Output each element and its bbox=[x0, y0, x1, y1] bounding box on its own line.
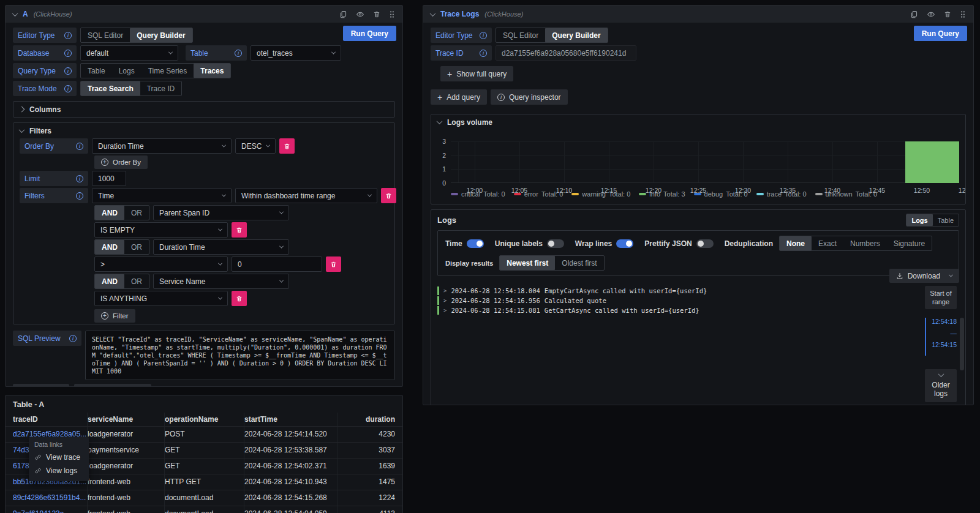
logs-scrollbar[interactable] bbox=[960, 318, 964, 370]
view-logs-menu-item[interactable]: View logs bbox=[29, 464, 89, 477]
remove-condition-3-button[interactable] bbox=[232, 291, 247, 306]
time-switch[interactable] bbox=[467, 239, 484, 248]
start-time-cell: 2024-06-28 12:54:10.943 bbox=[244, 474, 337, 490]
unique-labels-switch[interactable] bbox=[547, 239, 564, 248]
editor-type-option-sql-editor[interactable]: SQL Editor bbox=[496, 28, 545, 42]
remove-condition-2-button[interactable] bbox=[326, 256, 341, 272]
editor-type-option-query-builder[interactable]: Query Builder bbox=[545, 28, 607, 42]
start-time-cell: 2024-06-28 12:54:15.268 bbox=[244, 490, 337, 506]
remove-time-filter-button[interactable] bbox=[381, 188, 396, 203]
display-option-oldest-first[interactable]: Oldest first bbox=[555, 256, 603, 270]
log-row[interactable]: > 2024-06-28 12:54:18.004 EmptyCartAsync… bbox=[437, 286, 886, 296]
condition-1-field-select[interactable]: Parent Span ID bbox=[153, 205, 289, 220]
filter-time-value-select[interactable]: Within dashboard time range bbox=[235, 188, 377, 203]
run-query-button[interactable]: Run Query bbox=[914, 26, 967, 41]
info-icon bbox=[76, 175, 83, 182]
drag-handle-icon[interactable] bbox=[960, 10, 966, 18]
view-trace-menu-item[interactable]: View trace bbox=[29, 451, 89, 464]
query-type-option-logs[interactable]: Logs bbox=[112, 64, 141, 78]
editor-type-option-query-builder[interactable]: Query Builder bbox=[130, 28, 192, 42]
condition-2-value-input[interactable] bbox=[232, 256, 322, 272]
link-icon bbox=[34, 454, 42, 461]
database-select[interactable]: default bbox=[80, 45, 178, 61]
logs-volume-header[interactable]: Logs volume bbox=[431, 114, 965, 130]
add-order-by-button[interactable]: Order By bbox=[94, 155, 148, 169]
info-icon bbox=[64, 50, 72, 57]
query-type-option-time-series[interactable]: Time Series bbox=[141, 64, 194, 78]
hide-response-eye-icon[interactable] bbox=[927, 10, 935, 18]
delete-query-icon[interactable] bbox=[944, 10, 951, 18]
duplicate-query-icon[interactable] bbox=[910, 10, 918, 18]
dedup-option-signature[interactable]: Signature bbox=[887, 236, 932, 250]
or-option[interactable]: OR bbox=[124, 240, 149, 254]
dedup-option-exact[interactable]: Exact bbox=[812, 236, 843, 250]
condition-3-operator-select[interactable]: IS ANYTHING bbox=[94, 291, 228, 306]
condition-3-field-select[interactable]: Service Name bbox=[153, 274, 289, 289]
older-logs-button[interactable]: Older logs bbox=[925, 369, 957, 402]
column-header-servicename[interactable]: serviceName bbox=[88, 413, 165, 426]
display-option-newest-first[interactable]: Newest first bbox=[500, 256, 555, 270]
wrap-lines-switch[interactable] bbox=[616, 239, 633, 248]
or-option[interactable]: OR bbox=[124, 274, 149, 288]
start-time-cell: 2024-06-28 12:54:14.520 bbox=[244, 427, 337, 442]
download-icon bbox=[896, 272, 903, 280]
column-header-operationname[interactable]: operationName bbox=[165, 413, 244, 426]
trace-mode-option-trace-search[interactable]: Trace Search bbox=[81, 81, 140, 95]
query-inspector-button[interactable]: Query inspector bbox=[74, 384, 151, 387]
legend-swatch bbox=[815, 193, 823, 195]
add-query-button[interactable]: Add query bbox=[13, 384, 69, 387]
query-type-option-table[interactable]: Table bbox=[81, 64, 112, 78]
data-links-menu: Data links View trace View logs bbox=[29, 437, 89, 481]
trace-id-link[interactable]: 89cf4286e631591b4... bbox=[13, 490, 88, 506]
order-by-field-select[interactable]: Duration Time bbox=[92, 138, 232, 154]
trace-id-link[interactable]: 9e7af6194123a... bbox=[13, 506, 88, 513]
and-option[interactable]: AND bbox=[95, 274, 124, 288]
table-select[interactable]: otel_traces bbox=[251, 45, 341, 61]
download-button[interactable]: Download bbox=[889, 269, 959, 283]
log-time-range[interactable]: 12:54:18 — 12:54:15 bbox=[925, 318, 957, 356]
show-full-query-button[interactable]: Show full query bbox=[440, 66, 513, 81]
column-header-duration[interactable]: duration bbox=[337, 413, 402, 426]
hide-response-eye-icon[interactable] bbox=[356, 10, 364, 18]
collapse-chevron-icon[interactable] bbox=[430, 10, 436, 17]
remove-condition-1-button[interactable] bbox=[232, 222, 247, 238]
prettify-json-switch[interactable] bbox=[696, 239, 714, 248]
limit-input[interactable] bbox=[92, 171, 126, 186]
remove-order-by-button[interactable] bbox=[279, 138, 295, 154]
expand-chevron-icon[interactable]: > bbox=[443, 307, 447, 313]
editor-type-option-sql-editor[interactable]: SQL Editor bbox=[81, 28, 130, 42]
order-by-direction-select[interactable]: DESC bbox=[235, 138, 276, 154]
delete-query-icon[interactable] bbox=[373, 10, 380, 18]
columns-section[interactable]: Columns bbox=[13, 101, 395, 118]
condition-2-operator-select[interactable]: > bbox=[94, 256, 228, 272]
query-type-option-traces[interactable]: Traces bbox=[194, 64, 230, 78]
dedup-option-numbers[interactable]: Numbers bbox=[843, 236, 887, 250]
log-row[interactable]: > 2024-06-28 12:54:15.081 GetCartAsync c… bbox=[437, 305, 886, 315]
trace-mode-option-trace-id[interactable]: Trace ID bbox=[140, 81, 182, 95]
query-inspector-button[interactable]: Query inspector bbox=[491, 89, 568, 105]
condition-1-operator-select[interactable]: IS EMPTY bbox=[94, 222, 228, 238]
or-option[interactable]: OR bbox=[124, 206, 149, 220]
add-query-button[interactable]: Add query bbox=[431, 89, 487, 105]
filters-section-header[interactable]: Filters bbox=[13, 123, 394, 138]
condition-2-field-select[interactable]: Duration Time bbox=[153, 239, 289, 255]
service-name-cell: loadgenerator bbox=[88, 459, 165, 474]
log-row[interactable]: > 2024-06-28 12:54:16.956 Calculated quo… bbox=[437, 296, 886, 305]
drag-handle-icon[interactable] bbox=[389, 10, 395, 18]
expand-chevron-icon[interactable]: > bbox=[443, 288, 447, 294]
duplicate-query-icon[interactable] bbox=[339, 10, 347, 18]
and-option[interactable]: AND bbox=[95, 240, 124, 254]
run-query-button[interactable]: Run Query bbox=[343, 26, 396, 41]
expand-chevron-icon[interactable]: > bbox=[443, 298, 447, 304]
logs-view-option-table[interactable]: Table bbox=[933, 214, 959, 226]
filter-time-field-select[interactable]: Time bbox=[92, 188, 232, 203]
column-header-starttime[interactable]: startTime bbox=[244, 413, 337, 426]
and-option[interactable]: AND bbox=[95, 206, 124, 220]
collapse-chevron-icon[interactable] bbox=[12, 10, 18, 17]
dedup-option-none[interactable]: None bbox=[780, 236, 812, 250]
trace-id-input[interactable]: d2a7155ef6a928a05680e5ff6190241d bbox=[496, 45, 636, 61]
add-filter-button[interactable]: Filter bbox=[94, 309, 135, 323]
logs-view-option-logs[interactable]: Logs bbox=[907, 214, 932, 226]
info-logs-bar[interactable] bbox=[905, 141, 959, 183]
column-header-traceid[interactable]: traceID bbox=[13, 413, 88, 426]
